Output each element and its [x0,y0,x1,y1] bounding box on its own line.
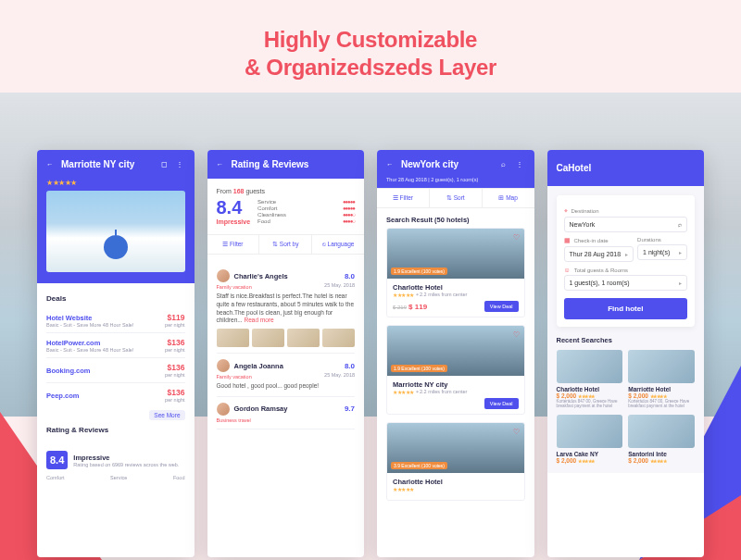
filter-button[interactable]: ☰ Filter [377,189,430,207]
heart-icon[interactable]: ♡ [513,428,520,436]
screen-hotel-detail: ← Marriotte NY city ◻ ⋮ ★★★★★ Deals Hote… [37,150,195,557]
hero: ★★★★★ [37,179,195,283]
toolbar: ☰ Filter ⇅ Sort ⊞ Map [377,188,534,208]
header: ← NewYork city ⌕ ⋮ Thur 28 Aug 2018 | 2 … [377,150,534,188]
checkin-field[interactable]: Thur 28 Aug 2018▸ [564,246,634,262]
deals-list: Hotel WebsiteBasic - Suit - Save More 48… [46,308,185,407]
recent-card[interactable]: Charlotte Hotel $ 2,000 ★★★★★ Korterádos… [557,350,623,409]
overall-label: Impressive [217,218,251,225]
hotel-card[interactable]: ♡ 3.9 Excellent (100 votes) Charlotte Ho… [386,422,525,501]
guests-icon: ☺ [564,267,571,273]
hotel-stars: ★★★★★ [46,179,185,187]
review-item[interactable]: Angela Joanna8.0 Family vacation25 May. … [217,354,356,397]
results-list: ♡ 1.9 Excellent (100 votes) Charlotte Ho… [386,228,525,501]
hotel-card[interactable]: ♡ 1.9 Excellent (100 votes) Charlotte Ho… [386,228,525,317]
more-icon[interactable]: ⋮ [516,160,525,169]
page-title: Marriotte NY city [61,159,156,169]
toolbar: ☰ Filter ⇅ Sort by ⎋ Language [207,234,365,255]
heart-icon[interactable]: ♡ [513,330,520,339]
rating-label: Impressive [73,454,179,462]
page-title: NewYork city [401,159,496,169]
see-more-button[interactable]: See More [149,410,184,420]
recent-grid: Charlotte Hotel $ 2,000 ★★★★★ Korterádos… [557,350,696,464]
filter-button[interactable]: ☰ Filter [207,235,260,254]
headline-line2: & Organizedszeds Layer [0,54,741,81]
rating-score: 8.4 [46,451,68,469]
avatar [217,359,230,372]
search-icon: ⌕ [678,221,682,228]
avatar [217,269,230,282]
search-icon[interactable]: ⌕ [501,160,510,169]
headline-line1: Highly Customizable [0,26,741,54]
destination-field[interactable]: NewYork ⌕ [564,217,688,232]
overall-score: 8.4 [217,198,251,217]
screen-reviews: ← Rating & Reviews From 168 guests 8.4 I… [207,150,365,557]
find-hotel-button[interactable]: Find hotel [564,298,688,319]
recent-card[interactable]: Larva Cake NY $ 2,000 ★★★★★ [557,415,623,464]
map-button[interactable]: ⊞ Map [483,189,534,207]
guests-field[interactable]: 1 guest(s), 1 room(s)▸ [564,275,688,291]
language-button[interactable]: ⎋ Language [312,235,364,254]
more-icon[interactable]: ⋮ [176,160,185,169]
review-item[interactable]: Gordon Ramsay9.7 Business travel [217,397,356,429]
bookmark-icon[interactable]: ◻ [161,160,170,169]
page-title: Rating & Reviews [232,159,356,169]
view-deal-button[interactable]: View Deal [484,398,519,409]
rating-summary: 8.4 Impressive Rating based on 6969 revi… [46,451,185,469]
headline: Highly Customizable & Organizedszeds Lay… [0,26,741,81]
search-form: ⌖Destination NewYork ⌕ ▦Check-in date Th… [557,195,696,327]
rating-sub: Rating based on 6969 reviews across the … [73,462,179,467]
review-item[interactable]: Charlie's Angels8.0 Family vacation25 Ma… [217,264,356,354]
heart-icon[interactable]: ♡ [513,233,520,242]
rating-categories: Comfort Service Food [46,475,185,480]
deal-row[interactable]: Hotel WebsiteBasic - Suit - Save More 48… [46,308,185,332]
view-deal-button[interactable]: View Deal [484,301,519,312]
recent-card[interactable]: Santorini Inte $ 2,000 ★★★★★ [628,415,695,464]
hotel-photo [46,191,185,272]
header: CaHotel [547,150,705,186]
sort-button[interactable]: ⇅ Sort by [259,235,312,254]
reviews-list: Charlie's Angels8.0 Family vacation25 Ma… [217,264,356,429]
sort-button[interactable]: ⇅ Sort [430,189,483,207]
results-heading: Search Result (50 hotels) [386,216,525,224]
deal-row[interactable]: HotelPower.comBasic - Suit - Save More 4… [46,332,185,357]
guest-count: From 168 guests [217,188,356,194]
recent-card[interactable]: Marriotte Hotel $ 2,000 ★★★★★ Korterádos… [628,350,695,409]
deal-row[interactable]: Peep.com $136per night [46,382,185,407]
phones-row: ← Marriotte NY city ◻ ⋮ ★★★★★ Deals Hote… [0,150,741,557]
score-breakdown: Service●●●●●Comfort●●●●●Cleanliness●●●●○… [257,198,355,225]
back-icon[interactable]: ← [386,160,396,169]
avatar [217,403,230,416]
header: ← Marriotte NY city ◻ ⋮ [37,150,195,179]
calendar-icon: ▦ [564,237,571,244]
brand-title: CaHotel [557,163,696,173]
rating-badge: 3.9 Excellent (100 votes) [391,462,447,469]
recent-heading: Recent Searches [557,336,696,344]
screen-search-form: CaHotel ⌖Destination NewYork ⌕ ▦Check-in… [547,150,705,557]
header: ← Rating & Reviews [207,150,365,179]
deal-row[interactable]: Booking.com $136per night [46,357,185,382]
rating-badge: 1.9 Excellent (100 votes) [391,365,447,372]
pin-icon: ⌖ [564,207,568,215]
search-summary: Thur 28 Aug 2018 | 2 guest(s), 1 room(s) [386,177,478,182]
duration-field[interactable]: 1 night(s)▸ [637,244,687,260]
back-icon[interactable]: ← [217,160,226,169]
rating-heading: Rating & Reviews [46,420,185,434]
rating-badge: 1.9 Excellent (100 votes) [391,268,447,275]
deals-heading: Deals [46,294,185,303]
back-icon[interactable]: ← [46,160,56,169]
screen-search-results: ← NewYork city ⌕ ⋮ Thur 28 Aug 2018 | 2 … [377,150,534,557]
hotel-card[interactable]: ♡ 1.9 Excellent (100 votes) Marriotte NY… [386,325,525,415]
